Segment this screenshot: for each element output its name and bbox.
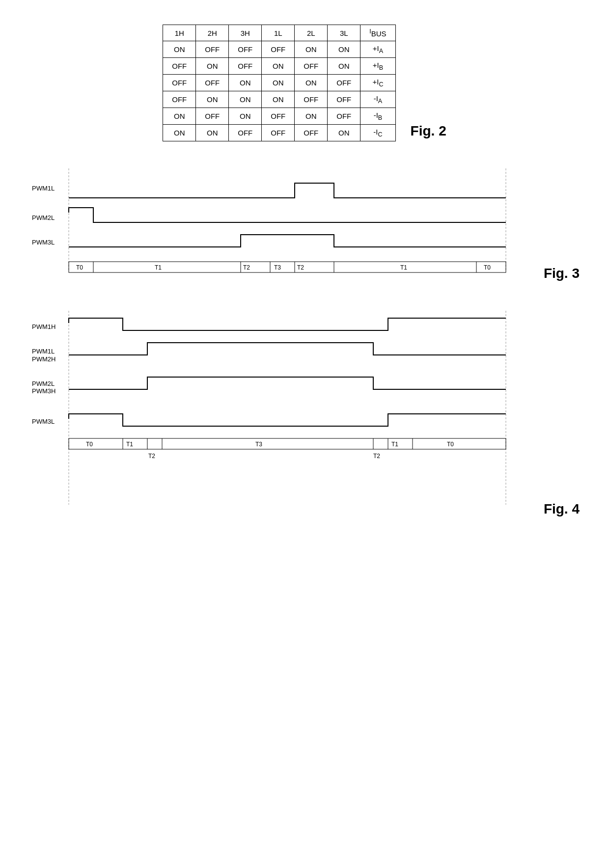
fig3-section: PWM1L PWM2L PWM3L [29,166,580,284]
fig4-t2-label-2: T2 [373,453,380,460]
col-header-3l: 3L [328,25,360,41]
pwm2h-label: PWM2H [32,355,55,363]
pwm2l-label: PWM2L [32,214,55,221]
t0-label-1: T0 [76,264,83,271]
fig4-t0-label-1: T0 [86,441,93,448]
t2-label-1: T2 [243,264,250,271]
pwm3h-label: PWM3H [32,387,55,395]
table-row: OFF ON ON ON OFF OFF -IA [163,91,395,108]
t0-label-2: T0 [484,264,491,271]
col-header-1l: 1L [262,25,295,41]
fig4-t0-label-2: T0 [447,441,454,448]
pwm2l-label-fig4: PWM2L [32,380,55,387]
table-row: OFF OFF ON ON ON OFF +IC [163,75,395,91]
t2-label-2: T2 [297,264,304,271]
fig3-svg: PWM1L PWM2L PWM3L [29,166,521,284]
fig4-svg: PWM1H PWM1L PWM2H PWM2L PWM3H [29,308,521,519]
table-row: OFF ON OFF ON OFF ON +IB [163,58,395,75]
fig4-t2-label-1: T2 [148,453,155,460]
table-row: ON ON OFF OFF OFF ON -IC [163,125,395,141]
fig4-container: PWM1H PWM1L PWM2H PWM2L PWM3H [29,308,580,519]
t3-label: T3 [274,264,281,271]
fig3-diagram: PWM1L PWM2L PWM3L [29,166,534,284]
col-header-3h: 3H [229,25,262,41]
fig2-container: 1H 2H 3H 1L 2L 3L IBUS ON OFF OFF OFF [163,25,446,141]
t1-label-1: T1 [155,264,162,271]
pwm3l-label-fig4: PWM3L [32,418,55,425]
svg-rect-11 [69,438,506,449]
col-header-2h: 2H [196,25,229,41]
fig4-label: Fig. 4 [544,501,580,517]
fig2-label: Fig. 2 [411,123,446,139]
fig4-t3-label: T3 [255,441,262,448]
pwm1l-label-fig4: PWM1L [32,348,55,355]
col-header-ibus: IBUS [360,25,395,41]
col-header-1h: 1H [163,25,196,41]
pwm1h-label: PWM1H [32,323,55,330]
fig2-section: 1H 2H 3H 1L 2L 3L IBUS ON OFF OFF OFF [29,25,580,141]
table-row: ON OFF OFF OFF ON ON +IA [163,41,395,58]
fig3-container: PWM1L PWM2L PWM3L [29,166,580,284]
svg-rect-2 [69,262,506,272]
pwm3l-label: PWM3L [32,239,55,246]
fig4-t1-label-1: T1 [126,441,133,448]
pwm1l-label: PWM1L [32,185,55,192]
t1-label-2: T1 [400,264,407,271]
col-header-2l: 2L [295,25,328,41]
fig3-label: Fig. 3 [544,266,580,281]
fig2-table: 1H 2H 3H 1L 2L 3L IBUS ON OFF OFF OFF [163,25,395,141]
page: 1H 2H 3H 1L 2L 3L IBUS ON OFF OFF OFF [0,0,609,559]
table-row: ON OFF ON OFF ON OFF -IB [163,108,395,125]
fig4-t1-label-2: T1 [391,441,398,448]
fig4-section: PWM1H PWM1L PWM2H PWM2L PWM3H [29,308,580,519]
fig4-diagram: PWM1H PWM1L PWM2H PWM2L PWM3H [29,308,534,519]
